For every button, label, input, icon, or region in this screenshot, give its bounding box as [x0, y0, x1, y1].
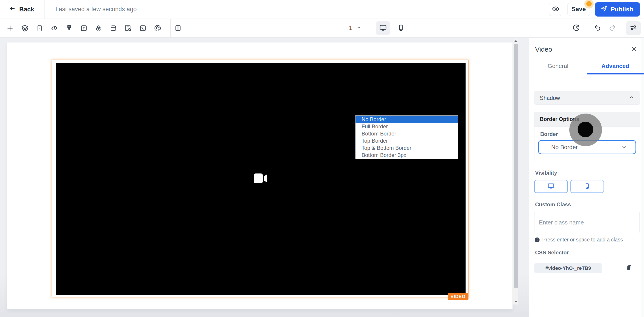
typography-button[interactable]: [76, 19, 91, 38]
text-icon: [80, 24, 88, 32]
notes-icon: [36, 24, 44, 32]
video-camera-icon: [254, 174, 268, 184]
redo-button[interactable]: [605, 21, 620, 35]
dropdown-option[interactable]: Top Border: [356, 137, 458, 144]
history-button[interactable]: [569, 21, 584, 35]
layers-icon: [21, 24, 29, 32]
undo-button[interactable]: [590, 21, 605, 35]
back-label: Back: [19, 6, 34, 13]
custom-code-button[interactable]: [47, 19, 62, 38]
chevron-down-icon: [621, 144, 628, 150]
scrollbar-up-arrow[interactable]: [513, 38, 518, 44]
back-button[interactable]: Back: [0, 5, 44, 14]
unsaved-changes-dot: [586, 1, 592, 6]
border-dropdown-list: No Border Full Border Bottom Border Top …: [355, 115, 458, 159]
mobile-view-button[interactable]: [394, 21, 408, 35]
preview-button[interactable]: [549, 3, 562, 16]
visibility-desktop-button[interactable]: [534, 180, 568, 193]
page-number: 1: [349, 24, 352, 32]
palette-icon: [154, 24, 162, 32]
border-options-card: Border Options Border No Border: [534, 112, 640, 161]
custom-class-input[interactable]: [534, 212, 640, 233]
layers-button[interactable]: [18, 19, 32, 38]
panel-tabs: General Advanced: [529, 59, 644, 74]
panel-body: Shadow Border Options Border No Border V…: [529, 91, 644, 273]
css-selector-value: #video-YhO-_reTB9: [534, 263, 602, 273]
mobile-icon: [397, 24, 405, 32]
device-toggle-group: [370, 19, 414, 37]
history-clock-icon: [572, 24, 580, 33]
dropdown-option[interactable]: No Border: [356, 116, 458, 123]
save-label: Save: [572, 6, 586, 13]
desktop-view-button[interactable]: [376, 21, 390, 35]
undo-icon: [594, 24, 602, 33]
border-select-value: No Border: [551, 144, 578, 151]
custom-class-hint: Press enter or space to add a class: [542, 237, 623, 243]
save-button[interactable]: Save: [567, 3, 590, 16]
dropdown-option[interactable]: Bottom Border 3px: [356, 152, 458, 159]
notes-button[interactable]: [32, 19, 47, 38]
eye-icon: [552, 5, 560, 14]
border-options-body: Border No Border: [534, 126, 640, 161]
border-field-label: Border: [540, 131, 636, 137]
send-icon: [600, 5, 608, 14]
dropdown-option[interactable]: Full Border: [356, 123, 458, 130]
sliders-icon: [630, 24, 638, 33]
settings-panel-button[interactable]: [626, 21, 641, 35]
seo-button[interactable]: [121, 19, 136, 38]
top-bar: Back Last saved a few seconds ago Save P…: [0, 0, 644, 19]
code-icon: [50, 24, 58, 32]
paint-brush-icon: [65, 24, 73, 32]
split-columns-icon: [174, 24, 182, 32]
border-select[interactable]: No Border: [538, 140, 636, 154]
desktop-icon: [547, 182, 555, 191]
canvas-scrollbar[interactable]: [513, 38, 518, 304]
last-saved-status: Last saved a few seconds ago: [56, 6, 137, 13]
scrollbar-thumb[interactable]: [514, 44, 518, 288]
add-element-button[interactable]: [3, 19, 18, 38]
dropdown-option[interactable]: Top & Bottom Border: [356, 144, 458, 152]
editor-toolbar: 1: [0, 19, 644, 38]
visibility-mobile-button[interactable]: [570, 180, 604, 193]
split-view-button[interactable]: [170, 19, 185, 38]
canvas-page: VIDEO: [8, 42, 512, 309]
close-panel-button[interactable]: [630, 46, 637, 53]
tab-general[interactable]: General: [529, 59, 587, 74]
desktop-icon: [379, 24, 387, 33]
video-element-selection[interactable]: VIDEO: [52, 60, 468, 297]
section-layout-button[interactable]: [106, 19, 121, 38]
dropdown-option[interactable]: Bottom Border: [356, 130, 458, 137]
blend-circles-icon: [94, 24, 103, 32]
css-selector-row: #video-YhO-_reTB9: [534, 260, 632, 273]
theme-button[interactable]: [150, 19, 165, 38]
shadow-label: Shadow: [540, 95, 560, 101]
style-brush-button[interactable]: [62, 19, 76, 38]
border-options-title: Border Options: [534, 112, 640, 126]
close-icon: [630, 46, 637, 53]
video-element[interactable]: [56, 63, 466, 295]
toolbar-left-group: [0, 19, 165, 37]
scrollbar-down-arrow[interactable]: [513, 299, 518, 304]
tab-advanced[interactable]: Advanced: [587, 59, 644, 74]
toolbar-divider: [623, 19, 623, 38]
panel-title: Video: [535, 46, 552, 53]
section-icon: [110, 24, 117, 32]
chevron-up-icon: [628, 94, 634, 101]
toolbar-divider: [414, 19, 414, 38]
toolbar-right-group: [569, 19, 644, 37]
copy-icon: [626, 264, 632, 272]
app-root: Back Last saved a few seconds ago Save P…: [0, 0, 644, 317]
custom-class-label: Custom Class: [535, 202, 640, 208]
page-select-dropdown[interactable]: 1: [340, 24, 370, 32]
shadow-section-toggle[interactable]: Shadow: [534, 91, 640, 104]
copy-selector-button[interactable]: [626, 264, 632, 272]
publish-button[interactable]: Publish: [595, 2, 640, 16]
plus-icon: [6, 24, 14, 32]
custom-class-hint-row: Press enter or space to add a class: [534, 237, 640, 243]
publish-label: Publish: [611, 6, 633, 13]
console-button[interactable]: [136, 19, 150, 38]
topbar-divider: [44, 0, 45, 19]
info-icon: [534, 237, 540, 243]
toolbar-divider: [587, 19, 587, 38]
color-blend-button[interactable]: [91, 19, 106, 38]
